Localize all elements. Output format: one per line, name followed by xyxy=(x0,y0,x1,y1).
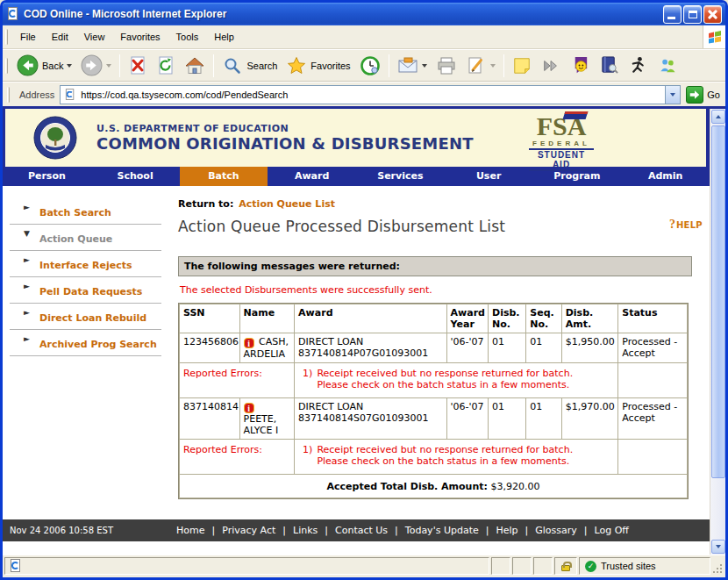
address-input[interactable] xyxy=(81,87,665,103)
home-button[interactable] xyxy=(181,54,209,78)
menu-tools[interactable]: Tools xyxy=(168,26,207,48)
site-banner: U.S. DEPARTMENT OF EDUCATION COMMON ORIG… xyxy=(3,109,710,167)
vertical-scrollbar[interactable] xyxy=(710,109,725,555)
resize-grip[interactable] xyxy=(712,557,724,575)
disb-no-cell: 01 xyxy=(489,398,526,440)
search-button[interactable]: Search xyxy=(218,54,281,78)
page-viewport: U.S. DEPARTMENT OF EDUCATION COMMON ORIG… xyxy=(3,106,725,555)
info-icon[interactable] xyxy=(244,403,254,413)
footer-link-links[interactable]: Links xyxy=(293,525,335,536)
menu-view[interactable]: View xyxy=(76,26,113,48)
footer-link-glossary[interactable]: Glossary xyxy=(535,525,594,536)
status-main-panel xyxy=(4,557,489,575)
back-icon xyxy=(17,54,39,76)
close-button[interactable] xyxy=(703,5,722,24)
window-title: COD Online - Microsoft Internet Explorer xyxy=(24,8,661,20)
edit-dropdown-icon[interactable] xyxy=(490,64,496,70)
nav-user[interactable]: User xyxy=(445,167,533,186)
media-arrows-icon xyxy=(540,56,561,75)
favorites-button[interactable]: Favorites xyxy=(282,54,353,78)
nav-school[interactable]: School xyxy=(91,167,180,186)
toolbar-grip[interactable] xyxy=(5,58,8,74)
return-to-label: Return to: xyxy=(178,198,233,210)
stop-button[interactable] xyxy=(125,54,151,78)
sidebar-item-direct-loan-rebuild[interactable]: ► Direct Loan Rebuild xyxy=(10,304,161,330)
scroll-up-button[interactable] xyxy=(711,110,725,124)
print-button[interactable] xyxy=(432,54,460,77)
messenger-button[interactable] xyxy=(653,54,682,77)
footer-link-todays-update[interactable]: Today's Update xyxy=(405,525,496,536)
edit-button[interactable] xyxy=(462,54,499,78)
research-book-icon xyxy=(599,55,619,75)
status-cell: Processed - Accept xyxy=(618,333,688,363)
footer-link-help[interactable]: Help xyxy=(496,525,535,536)
sidebar-item-pell-data-requests[interactable]: ► Pell Data Requests xyxy=(10,277,161,304)
menu-file[interactable]: File xyxy=(12,26,44,48)
footer-link-log-off[interactable]: Log Off xyxy=(595,525,629,536)
name-cell: CASH, ARDELIA xyxy=(239,333,295,363)
nav-services[interactable]: Services xyxy=(356,167,445,186)
toolbar-separator xyxy=(503,54,504,77)
footer-link-home[interactable]: Home xyxy=(176,525,222,536)
sidebar-item-interface-rejects[interactable]: ► Interface Rejects xyxy=(10,251,161,277)
minimize-button[interactable] xyxy=(663,5,682,24)
address-dropdown-button[interactable] xyxy=(665,86,680,104)
collapsed-arrow-icon: ► xyxy=(24,282,30,290)
collapsed-arrow-icon: ► xyxy=(24,334,30,343)
menu-edit[interactable]: Edit xyxy=(44,26,76,48)
sidebar-item-batch-search[interactable]: ► Batch Search xyxy=(10,198,161,225)
toolbar-grip[interactable] xyxy=(5,29,8,45)
table-row: 837140814 PEETE, ALYCE I DIRECT LOAN8371… xyxy=(180,398,688,440)
info-icon[interactable] xyxy=(244,338,254,348)
nav-admin[interactable]: Admin xyxy=(621,167,710,186)
menu-bar: File Edit View Favorites Tools Help xyxy=(3,25,725,49)
nav-batch[interactable]: Batch xyxy=(180,167,268,186)
print-icon xyxy=(436,56,457,75)
mail-button[interactable] xyxy=(394,54,431,77)
nav-award[interactable]: Award xyxy=(268,167,356,186)
application-name: COMMON ORIGINATION & DISBURSEMENT xyxy=(96,134,474,153)
aim-button[interactable] xyxy=(625,54,652,77)
address-label: Address xyxy=(19,90,54,100)
help-link[interactable]: ? HELP xyxy=(669,218,703,232)
research-button[interactable] xyxy=(596,54,623,77)
refresh-button[interactable] xyxy=(153,54,179,78)
menu-favorites[interactable]: Favorites xyxy=(112,26,168,48)
note-icon xyxy=(512,56,532,75)
yahoo-messenger-button[interactable] xyxy=(567,54,594,77)
scroll-down-button[interactable] xyxy=(711,540,725,554)
sidebar-item-action-queue[interactable]: ▼ Action Queue xyxy=(10,225,161,251)
discuss-button[interactable] xyxy=(509,54,535,77)
back-dropdown-icon[interactable] xyxy=(67,64,72,70)
graduation-cap-icon xyxy=(563,111,589,119)
history-button[interactable] xyxy=(356,54,384,78)
award-year-cell: '06-'07 xyxy=(446,398,488,440)
action-queue-list-link[interactable]: Action Queue List xyxy=(239,198,335,210)
footer-link-contact-us[interactable]: Contact Us xyxy=(335,525,405,536)
scrollbar-thumb[interactable] xyxy=(711,125,725,478)
table-row: 123456806 CASH, ARDELIA DIRECT LOAN83714… xyxy=(180,333,688,363)
toolbar-separator xyxy=(213,54,214,77)
nav-person[interactable]: Person xyxy=(3,167,91,186)
col-name: Name xyxy=(239,304,295,333)
go-label[interactable]: Go xyxy=(707,90,720,100)
mail-dropdown-icon[interactable] xyxy=(422,64,427,70)
collapsed-arrow-icon: ► xyxy=(24,203,30,211)
yahoo-messenger-icon xyxy=(570,55,590,75)
forward-button[interactable] xyxy=(77,53,115,78)
messages-header: The following messages were returned: xyxy=(178,256,692,276)
back-button[interactable]: Back xyxy=(13,53,75,78)
stop-icon xyxy=(128,55,147,76)
col-award: Award xyxy=(295,304,446,333)
media-button[interactable] xyxy=(537,54,565,77)
sidebar-item-archived-prog-search[interactable]: ► Archived Prog Search xyxy=(10,330,161,356)
restore-button[interactable] xyxy=(683,5,702,24)
toolbar-grip[interactable] xyxy=(7,87,10,103)
status-cell: Processed - Accept xyxy=(618,398,688,440)
menu-help[interactable]: Help xyxy=(206,26,242,48)
footer-link-privacy-act[interactable]: Privacy Act xyxy=(222,525,293,536)
aim-running-man-icon xyxy=(628,55,648,75)
sidebar: ► Batch Search ▼ Action Queue ► Interfac… xyxy=(3,186,174,519)
go-button[interactable] xyxy=(686,86,703,104)
success-message: The selected Disbursements were successf… xyxy=(180,284,701,296)
